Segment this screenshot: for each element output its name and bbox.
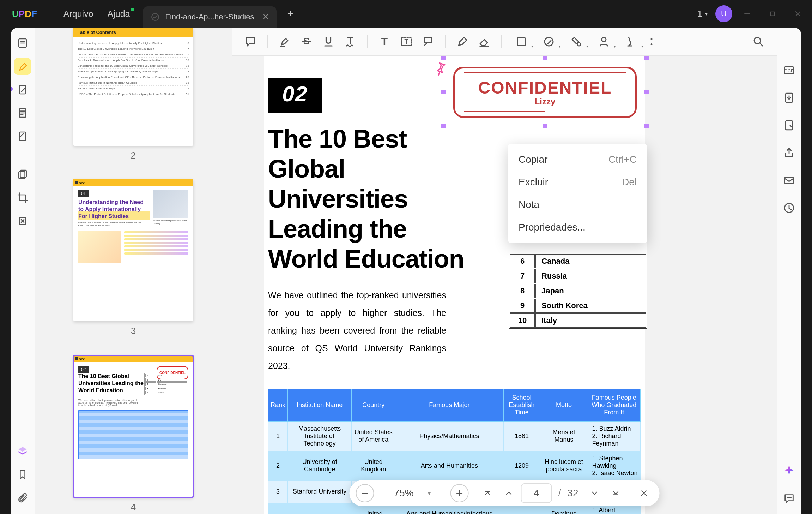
ai-star-icon[interactable] [782,464,796,479]
svg-rect-27 [784,178,794,184]
zoom-level[interactable]: 75%▾ [377,488,448,499]
svg-text:OCR: OCR [784,68,794,73]
thumbnail-page-4[interactable]: UPDF 02 CONFIDENTIEL The 10 Best Global … [73,355,193,513]
tab-document-icon [151,12,160,22]
panel-crop-icon[interactable] [14,189,31,206]
tool-callout-icon[interactable] [418,32,438,52]
page-heading: The 10 Best Global Universities Leading … [268,124,466,274]
ctx-properties[interactable]: Propriedades... [508,216,647,239]
svg-rect-1 [771,12,775,16]
svg-text:U: U [325,35,332,46]
tool-underline-icon[interactable]: U [319,32,338,52]
panel-bookmark-icon[interactable] [14,466,31,483]
panel-page-icon[interactable] [14,104,31,121]
svg-rect-26 [786,121,793,130]
ctx-copy[interactable]: CopiarCtrl+C [508,148,647,171]
ctx-note[interactable]: Nota [508,193,647,216]
panel-layers-icon[interactable] [14,443,31,460]
stamp-selected[interactable]: CONFIDENTIEL Lizzy [443,58,647,126]
page-navigation: 75%▾ / 32 [350,480,660,506]
page-number-input[interactable] [521,483,552,503]
document-page[interactable]: 02 CONFIDENTIEL L [264,56,645,514]
maximize-button[interactable] [762,4,783,24]
tool-text-icon[interactable]: T [375,32,394,52]
panel-annotate-icon[interactable] [14,58,31,75]
tool-eraser-icon[interactable] [474,32,494,52]
svg-point-21 [651,43,653,45]
convert-icon[interactable] [782,90,796,105]
section-number: 02 [268,78,322,113]
thumbnail-number: 3 [73,325,193,336]
thumbnail-panel: Table of Contents Understanding the Need… [35,28,232,514]
thumbnail-page-3[interactable]: UPDF 01 Understanding the Need to Apply … [73,179,193,336]
tool-sign-icon[interactable]: ▾ [619,32,644,52]
app-logo: UPDF [12,8,37,19]
svg-text:T: T [381,35,388,47]
svg-point-22 [754,37,761,44]
minimize-button[interactable] [737,4,758,24]
ctx-delete[interactable]: ExcluirDel [508,171,647,193]
toc-header: Table of Contents [73,28,193,37]
tool-sticker-icon[interactable]: ▾ [536,32,562,52]
document-canvas: S U T T T ▾ ▾ ▾ ▾ ▾ [232,28,777,514]
svg-text:T: T [405,38,408,45]
zoom-out-button[interactable] [356,484,374,502]
user-avatar[interactable]: U [715,5,732,22]
email-icon[interactable] [782,173,796,188]
document-tab[interactable]: Find-and-Ap...her-Studies ✕ [143,6,277,28]
tool-comment-icon[interactable] [241,32,260,52]
svg-point-18 [577,43,581,46]
menu-file[interactable]: Arquivo [63,9,93,19]
panel-reader-icon[interactable] [14,35,31,52]
first-page-button[interactable] [479,484,497,502]
ocr-icon[interactable]: OCR [782,63,796,78]
tool-stamp-icon[interactable]: ▾ [564,32,589,52]
tool-squiggly-icon[interactable]: T [340,32,360,52]
annotation-toolbar: S U T T T ▾ ▾ ▾ ▾ ▾ [232,28,777,56]
close-window-button[interactable] [787,4,808,24]
stamp-body: CONFIDENTIEL Lizzy [453,67,637,118]
prev-page-button[interactable] [500,484,518,502]
thumbnail-number: 2 [73,150,193,161]
tool-highlight-icon[interactable] [275,32,295,52]
context-menu: CopiarCtrl+C ExcluirDel Nota Propriedade… [508,144,647,243]
thumbnail-page-2[interactable]: Table of Contents Understanding the Need… [73,28,193,161]
tab-title: Find-and-Ap...her-Studies [165,12,254,22]
tab-close-icon[interactable]: ✕ [262,12,269,22]
tool-more-icon[interactable] [646,32,657,52]
svg-point-19 [602,37,606,42]
tool-textbox-icon[interactable]: T [396,32,416,52]
panel-attachment-icon[interactable] [14,489,31,506]
tool-pencil-icon[interactable] [453,32,472,52]
svg-point-20 [651,38,653,40]
tool-shape-icon[interactable]: ▾ [509,32,534,52]
svg-rect-3 [19,85,26,94]
stamp-subtext: Lizzy [535,97,556,107]
side-indicator-dot [11,87,13,91]
svg-rect-16 [518,38,525,45]
zoom-in-button[interactable] [450,484,469,502]
last-page-button[interactable] [606,484,625,502]
panel-organize-icon[interactable] [14,166,31,183]
chat-icon[interactable] [782,491,796,506]
protect-icon[interactable] [782,118,796,133]
share-icon[interactable] [782,145,796,160]
titlebar: UPDF Arquivo Ajuda Find-and-Ap...her-Stu… [0,0,812,28]
svg-rect-15 [425,37,432,43]
tool-signature-icon[interactable]: ▾ [591,32,617,52]
menu-help[interactable]: Ajuda [108,9,130,19]
panel-form-icon[interactable] [14,128,31,145]
tool-strikethrough-icon[interactable]: S [297,32,316,52]
thumbnail-number: 4 [73,502,193,513]
new-tab-button[interactable]: + [287,8,293,20]
page-total: 32 [567,488,578,499]
svg-point-17 [545,37,553,46]
right-toolbar: OCR [777,28,801,514]
panel-compress-icon[interactable] [14,213,31,229]
panel-edit-icon[interactable] [14,81,31,98]
save-icon[interactable] [782,201,796,215]
next-page-button[interactable] [585,484,604,502]
tool-search-icon[interactable] [749,32,768,52]
close-nav-button[interactable] [635,484,653,502]
window-count[interactable]: 1▾ [697,9,708,19]
